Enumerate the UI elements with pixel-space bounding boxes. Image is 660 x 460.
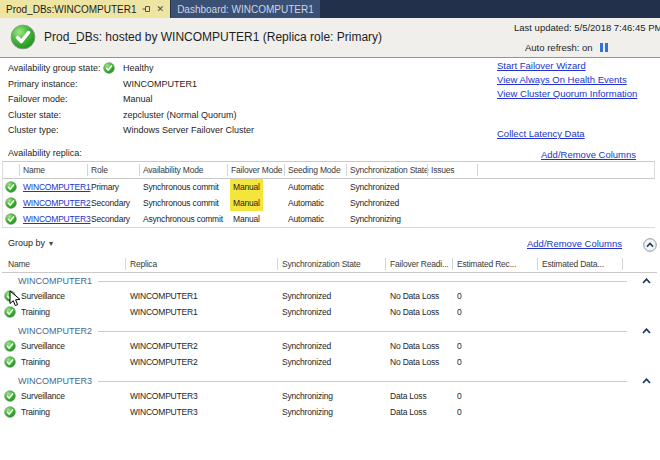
ssms-ag-dashboard: Prod_DBs:WINCOMPUTER1 ✕ Dashboard: WINCO… (0, 0, 660, 460)
database-failover-readiness: No Data Loss (390, 338, 439, 354)
database-row[interactable]: Surveillance WINCOMPUTER3 Synchronizing … (2, 388, 657, 404)
replica-sync-state: Synchronizing (350, 211, 401, 227)
dashboard-header: Prod_DBs: hosted by WINCOMPUTER1 (Replic… (0, 18, 660, 58)
database-replica: WINCOMPUTER3 (130, 404, 198, 420)
replica-row[interactable]: WINCOMPUTER2 Secondary Synchronous commi… (2, 195, 655, 211)
healthy-check-icon (4, 390, 16, 402)
replica-name-link[interactable]: WINCOMPUTER3 (23, 211, 91, 227)
group-header[interactable]: WINCOMPUTER3 (2, 373, 657, 388)
col-name[interactable]: Name (23, 162, 45, 178)
database-row[interactable]: Training WINCOMPUTER1 Synchronized No Da… (2, 304, 657, 320)
group-divider (98, 381, 627, 382)
database-estimated-recovery: 0 (457, 354, 462, 370)
start-failover-wizard-link[interactable]: Start Failover Wizard (497, 60, 586, 71)
database-row[interactable]: Surveillance WINCOMPUTER1 Synchronized N… (2, 288, 657, 304)
view-health-events-link[interactable]: View Always On Health Events (497, 74, 627, 85)
chevron-up-icon[interactable] (635, 378, 657, 384)
database-estimated-recovery: 0 (457, 288, 462, 304)
database-estimated-recovery: 0 (457, 388, 462, 404)
col-seeding-mode[interactable]: Seeding Mode (288, 162, 340, 178)
add-remove-columns-link[interactable]: Add/Remove Columns (541, 149, 636, 160)
replica-seeding-mode: Automatic (288, 211, 324, 227)
col-replica[interactable]: Replica (130, 256, 157, 272)
replica-role: Primary (91, 179, 119, 195)
view-cluster-quorum-link[interactable]: View Cluster Quorum Information (497, 88, 637, 99)
tab-prod-dbs[interactable]: Prod_DBs:WINCOMPUTER1 ✕ (0, 0, 170, 18)
replica-availability-mode: Synchronous commit (143, 179, 219, 195)
database-sync-state: Synchronized (282, 354, 331, 370)
database-failover-readiness: No Data Loss (390, 288, 439, 304)
tab-dashboard[interactable]: Dashboard: WINCOMPUTER1 (171, 0, 320, 18)
database-name: Training (21, 404, 50, 420)
replica-group: WINCOMPUTER2 Surveillance WINCOMPUTER2 S… (2, 323, 657, 370)
database-row[interactable]: Surveillance WINCOMPUTER2 Synchronized N… (2, 338, 657, 354)
group-header[interactable]: WINCOMPUTER2 (2, 323, 657, 338)
group-name: WINCOMPUTER3 (18, 376, 92, 386)
database-sync-state: Synchronizing (282, 404, 333, 420)
col-estimated-data[interactable]: Estimated Data... (542, 256, 604, 272)
page-title: Prod_DBs: hosted by WINCOMPUTER1 (Replic… (44, 18, 382, 57)
group-by-dropdown[interactable]: Group by▾ (8, 238, 53, 248)
database-groups: WINCOMPUTER1 Surveillance WINCOMPUTER1 S… (2, 273, 657, 423)
database-failover-readiness: Data Loss (390, 388, 426, 404)
database-sync-state: Synchronized (282, 304, 331, 320)
col-sync-state[interactable]: Synchronization State (282, 256, 361, 272)
replica-row[interactable]: WINCOMPUTER3 Secondary Asynchronous comm… (2, 211, 655, 228)
col-issues[interactable]: Issues (431, 162, 454, 178)
group-by-label: Group by (8, 238, 45, 248)
auto-refresh-status: Auto refresh: on (525, 42, 608, 53)
database-replica: WINCOMPUTER3 (130, 388, 198, 404)
healthy-check-icon (5, 181, 17, 193)
pin-icon[interactable] (142, 4, 152, 14)
database-failover-readiness: No Data Loss (390, 354, 439, 370)
database-estimated-recovery: 0 (457, 304, 462, 320)
col-role[interactable]: Role (91, 162, 108, 178)
collapse-panel-button[interactable] (643, 238, 657, 252)
database-sync-state: Synchronizing (282, 388, 333, 404)
summary-label: Primary instance: (8, 77, 78, 91)
database-table-header: Name Replica Synchronization State Failo… (2, 256, 657, 273)
col-availability-mode[interactable]: Availability Mode (143, 162, 203, 178)
summary-label: Cluster type: (8, 123, 59, 137)
chevron-down-icon: ▾ (49, 239, 53, 248)
summary-value: Manual (123, 92, 153, 106)
replica-failover-mode: Manual (230, 195, 263, 211)
summary-label: Availability group state: (8, 61, 100, 75)
database-sync-state: Synchronized (282, 288, 331, 304)
chevron-up-icon[interactable] (635, 278, 657, 284)
col-sync-state[interactable]: Synchronization State (350, 162, 429, 178)
database-replica: WINCOMPUTER1 (130, 288, 198, 304)
replica-name-link[interactable]: WINCOMPUTER2 (23, 195, 91, 211)
replica-failover-mode: Manual (230, 179, 263, 195)
chevron-up-icon[interactable] (635, 328, 657, 334)
pause-icon[interactable] (605, 43, 608, 52)
col-failover-readiness[interactable]: Failover Readi... (390, 256, 449, 272)
database-name: Training (21, 304, 50, 320)
database-name: Surveillance (21, 388, 65, 404)
add-remove-columns-link[interactable]: Add/Remove Columns (527, 238, 622, 249)
collect-latency-data-link[interactable]: Collect Latency Data (497, 128, 585, 139)
tab-label: Prod_DBs:WINCOMPUTER1 (6, 4, 137, 15)
database-estimated-recovery: 0 (457, 404, 462, 420)
col-failover-mode[interactable]: Failover Mode (231, 162, 282, 178)
database-sync-state: Synchronized (282, 338, 331, 354)
replica-name-link[interactable]: WINCOMPUTER1 (23, 179, 91, 195)
database-name: Surveillance (21, 338, 65, 354)
col-estimated-recovery[interactable]: Estimated Rec... (457, 256, 516, 272)
replica-group: WINCOMPUTER1 Surveillance WINCOMPUTER1 S… (2, 273, 657, 320)
summary-value: Windows Server Failover Cluster (123, 123, 254, 137)
database-row[interactable]: Training WINCOMPUTER3 Synchronizing Data… (2, 404, 657, 420)
summary-value: zepcluster (Normal Quorum) (123, 108, 237, 122)
pause-icon[interactable] (600, 43, 603, 52)
replica-seeding-mode: Automatic (288, 179, 324, 195)
healthy-check-icon (5, 213, 17, 225)
replica-row[interactable]: WINCOMPUTER1 Primary Synchronous commit … (2, 179, 655, 195)
database-name: Training (21, 354, 50, 370)
summary-label: Cluster state: (8, 108, 61, 122)
database-row[interactable]: Training WINCOMPUTER2 Synchronized No Da… (2, 354, 657, 370)
auto-refresh-label: Auto refresh: on (525, 42, 593, 53)
close-icon[interactable]: ✕ (157, 4, 165, 14)
group-header[interactable]: WINCOMPUTER1 (2, 273, 657, 288)
col-name[interactable]: Name (8, 256, 30, 272)
availability-replica-table: Name Role Availability Mode Failover Mod… (2, 161, 655, 228)
